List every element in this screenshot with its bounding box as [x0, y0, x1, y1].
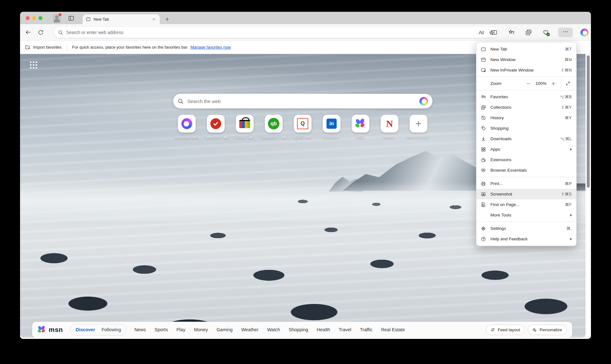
layout-sliders-icon: [490, 327, 495, 332]
nav-link-news[interactable]: News: [134, 327, 146, 332]
msn-logo[interactable]: msn: [38, 325, 63, 335]
close-window-button[interactable]: [26, 16, 30, 20]
nav-link-real-estate[interactable]: Real Estate: [381, 327, 405, 332]
import-favorites-button[interactable]: Import favorites: [25, 45, 62, 50]
fullscreen-icon[interactable]: [564, 79, 572, 88]
menu-item-print[interactable]: Print... ⌘P: [476, 178, 576, 189]
menu-item-screenshot[interactable]: Screenshot ⇧⌘S: [476, 189, 576, 199]
menu-divider: [476, 90, 576, 90]
help-icon: [481, 237, 486, 242]
quickbooks-icon: qb: [268, 118, 279, 129]
address-input[interactable]: [66, 30, 478, 35]
fullscreen-window-button[interactable]: [39, 16, 42, 20]
shortcut-quickbooks[interactable]: qb QuickBo...· Ad: [265, 115, 283, 140]
menu-item-settings[interactable]: Settings ⌘,: [476, 223, 576, 234]
menu-item-downloads[interactable]: Downloads ⌥⌘L: [476, 134, 576, 144]
tab-following[interactable]: Following: [102, 327, 121, 332]
apps-icon: [481, 147, 486, 152]
feed-layout-button[interactable]: Feed layout: [486, 325, 525, 335]
menu-item-help-and-feedback[interactable]: Help and Feedback: [476, 234, 576, 244]
tab-actions-button[interactable]: [67, 14, 75, 22]
nav-link-play[interactable]: Play: [176, 327, 185, 332]
back-button[interactable]: [23, 28, 33, 37]
manage-favorites-link[interactable]: Manage favorites now: [191, 45, 231, 50]
menu-item-more-tools[interactable]: More Tools: [476, 210, 576, 220]
copilot-icon[interactable]: [580, 29, 588, 37]
read-aloud-icon[interactable]: [478, 30, 484, 35]
essentials-check-badge-icon: [546, 33, 550, 36]
personalize-button[interactable]: Personalize: [528, 325, 566, 335]
nav-link-traffic[interactable]: Traffic: [360, 327, 372, 332]
shortcut-turbotax[interactable]: TurboTax· Ad: [207, 115, 225, 140]
menu-item-browser-essentials[interactable]: Browser Essentials: [476, 165, 576, 175]
nav-link-health[interactable]: Health: [317, 327, 330, 332]
nav-link-travel[interactable]: Travel: [339, 327, 351, 332]
menu-item-find-on-page[interactable]: Find on Page... ⌘F: [476, 199, 576, 210]
shortcut-ebay[interactable]: eBay· Ad: [236, 115, 254, 140]
divider: [67, 44, 67, 51]
tab-discover[interactable]: Discover: [76, 327, 95, 332]
extensions-icon: [481, 157, 486, 162]
menu-item-extensions[interactable]: Extensions: [476, 155, 576, 165]
netflix-icon: N: [386, 118, 393, 129]
turbotax-icon: [210, 118, 221, 129]
nav-link-weather[interactable]: Weather: [241, 327, 259, 332]
nav-link-sports[interactable]: Sports: [154, 327, 168, 332]
menu-item-collections[interactable]: Collections ⇧⌘Y: [476, 102, 576, 113]
tab-close-button[interactable]: [151, 17, 157, 22]
personalize-star-icon: [532, 327, 537, 332]
shortcut-qvc[interactable]: Q QVC· Ad: [294, 115, 312, 140]
find-on-page-icon: [481, 202, 486, 207]
tab-new-tab[interactable]: New Tab: [83, 14, 160, 24]
nav-link-watch[interactable]: Watch: [267, 327, 280, 332]
search-icon: [178, 98, 184, 104]
refresh-button[interactable]: [36, 28, 46, 37]
menu-item-shopping[interactable]: Shopping: [476, 123, 576, 134]
scrollbar-track[interactable]: [586, 54, 591, 339]
menu-item-apps[interactable]: Apps: [476, 144, 576, 155]
tab-title: New Tab: [94, 17, 151, 22]
scrollbar-thumb[interactable]: [587, 55, 590, 188]
profile-avatar[interactable]: [53, 14, 61, 22]
nav-link-money[interactable]: Money: [194, 327, 208, 332]
shortcut-netflix[interactable]: N Netflix: [381, 115, 398, 140]
qvc-icon: Q: [297, 118, 308, 129]
settings-and-more-menu: New Tab ⌘T New Window ⌘N New InPrivate W…: [476, 42, 577, 246]
microsoft-365-icon: [181, 118, 192, 129]
web-search-box[interactable]: [173, 94, 432, 108]
downloads-icon: [481, 136, 486, 141]
split-screen-button[interactable]: [489, 28, 499, 37]
add-shortcut-button[interactable]: Add shortcut: [410, 115, 427, 140]
shortcut-linkedin[interactable]: in LinkedIn: [323, 115, 341, 140]
nav-link-shopping[interactable]: Shopping: [289, 327, 308, 332]
import-favorites-label: Import favorites: [33, 45, 62, 50]
zoom-in-button[interactable]: [549, 79, 558, 88]
menu-item-favorites[interactable]: Favorites ⌥⌘B: [476, 92, 576, 102]
new-tab-button[interactable]: [163, 15, 171, 23]
linkedin-icon: in: [327, 119, 337, 129]
shortcut-tiles: Microsoft 365 TurboTax· Ad eBay· Ad qb Q…: [178, 115, 427, 140]
menu-item-history[interactable]: History ⌘Y: [476, 113, 576, 123]
screenshot-icon: [481, 192, 486, 197]
browser-essentials-button[interactable]: [541, 28, 551, 37]
favorites-button[interactable]: [507, 28, 516, 37]
avatar-body-icon: [54, 19, 60, 23]
nav-link-gaming[interactable]: Gaming: [216, 327, 233, 332]
menu-item-new-window[interactable]: New Window ⌘N: [476, 54, 576, 65]
sidebar-icon: [68, 15, 74, 21]
copilot-icon[interactable]: [419, 97, 428, 106]
settings-and-more-button[interactable]: [558, 28, 573, 37]
msn-butterfly-icon: [38, 326, 46, 334]
collections-button[interactable]: [524, 28, 533, 37]
app-launcher-button[interactable]: [29, 60, 39, 70]
zoom-out-button[interactable]: [524, 79, 533, 88]
web-search-input[interactable]: [187, 98, 419, 104]
menu-item-new-tab[interactable]: New Tab ⌘T: [476, 44, 576, 54]
address-bar[interactable]: [54, 27, 499, 38]
shortcut-msn[interactable]: MSN: [352, 115, 369, 140]
plus-icon: [415, 120, 422, 127]
ebay-icon: [239, 120, 250, 129]
minimize-window-button[interactable]: [32, 16, 36, 20]
menu-item-new-inprivate-window[interactable]: New InPrivate Window ⇧⌘N: [476, 65, 576, 75]
shortcut-microsoft-365[interactable]: Microsoft 365: [178, 115, 196, 140]
